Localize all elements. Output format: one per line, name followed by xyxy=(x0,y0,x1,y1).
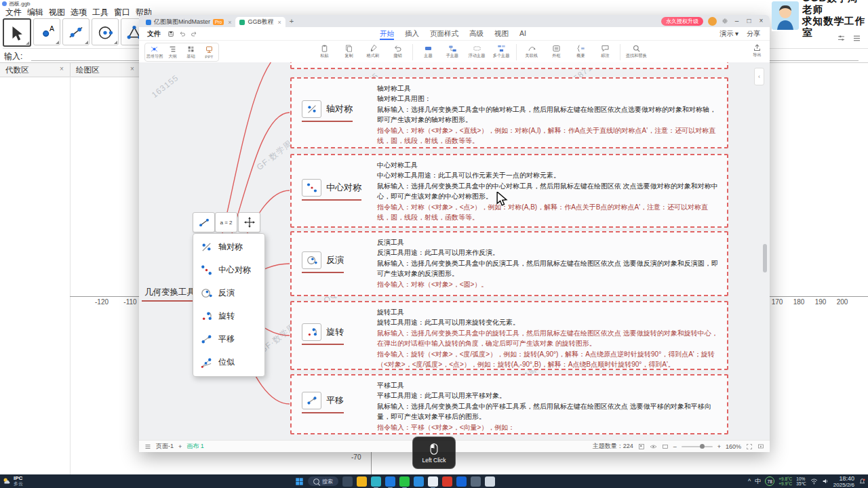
root-node[interactable]: 几何变换工具 xyxy=(142,286,198,302)
ggb-menu-编辑[interactable]: 编辑 xyxy=(26,6,45,19)
undo-icon[interactable] xyxy=(179,30,186,37)
taskbar-app-edge[interactable] xyxy=(371,476,381,487)
toolbar-multi[interactable]: 多个主题 xyxy=(489,42,513,59)
panel-collapse-button[interactable]: ‹ xyxy=(754,68,764,85)
topic-box-inversion[interactable]: 反演 反演工具反演工具用途：此工具可以用来作反演。鼠标输入：选择几何变换类工具盒… xyxy=(290,231,728,296)
maximize-button[interactable]: □ xyxy=(745,16,753,26)
ribbon-tab-插入[interactable]: 插入 xyxy=(405,27,419,40)
zoom-level[interactable]: 160% xyxy=(726,443,741,450)
zoom-slider-knob[interactable] xyxy=(700,444,705,449)
zoom-out-button[interactable]: – xyxy=(673,443,677,450)
toolbar-subtopic[interactable]: 子主题 xyxy=(440,42,465,59)
toolbar-callout[interactable]: 标注 xyxy=(593,42,617,59)
algebra-panel-close-icon[interactable]: × xyxy=(60,65,64,73)
ribbon-tab-AI[interactable]: AI xyxy=(519,27,526,40)
topic-node[interactable]: 旋转 xyxy=(302,323,344,345)
map-overview-icon[interactable] xyxy=(638,443,645,450)
menu-item-axial[interactable]: 轴对称 xyxy=(193,235,264,258)
taskbar-search[interactable]: 搜索 xyxy=(308,476,338,486)
mm-tab-2[interactable]: GGB教程× xyxy=(235,17,285,27)
ggb-tool-line[interactable] xyxy=(62,18,90,45)
canvas-scrollbar-thumb[interactable] xyxy=(763,244,767,272)
ime-indicator[interactable]: 中 xyxy=(755,477,761,486)
menu-item-translate[interactable]: 平移 xyxy=(193,327,264,350)
view-mode-PPT[interactable]: PPT xyxy=(200,45,218,59)
taskbar-app-qq[interactable] xyxy=(428,476,438,487)
ggb-tool-circle[interactable] xyxy=(92,18,119,45)
action-演示[interactable]: 演示 ▾ xyxy=(719,29,738,39)
mm-tab-1[interactable]: 亿图脑图MindMasterPro× xyxy=(142,17,235,27)
tray-expand-button[interactable]: ^ xyxy=(748,478,751,485)
export-button[interactable]: 导出 xyxy=(753,43,762,58)
fullscreen-icon[interactable] xyxy=(746,443,753,450)
battery-percent-ring[interactable]: 78 xyxy=(765,476,774,486)
taskbar-app-app-red[interactable] xyxy=(442,476,452,487)
toolbar-find[interactable]: 查找和替换 xyxy=(623,42,650,59)
wifi-icon[interactable] xyxy=(810,478,818,485)
toolbar-frame[interactable]: 外框 xyxy=(544,42,568,59)
ribbon-tab-开始[interactable]: 开始 xyxy=(380,27,394,40)
zoom-in-button[interactable]: + xyxy=(717,443,721,450)
ggb-menu-窗口[interactable]: 窗口 xyxy=(113,6,132,19)
topic-box-rotate[interactable]: 旋转 旋转工具旋转工具用途：此工具可以用来旋转变化元素。鼠标输入：选择几何变换类… xyxy=(290,301,728,370)
taskbar-app-app-blue2[interactable] xyxy=(414,476,424,487)
volume-icon[interactable] xyxy=(822,478,829,485)
menu-item-rotate[interactable]: 旋转 xyxy=(193,304,264,327)
account-avatar[interactable] xyxy=(708,17,717,26)
taskbar-app-file-explorer[interactable] xyxy=(357,476,367,487)
taskbar-app-app-gray[interactable] xyxy=(471,476,481,487)
menu-item-central[interactable]: 中心对称 xyxy=(193,258,264,281)
redo-icon[interactable] xyxy=(191,30,197,37)
taskbar-clock[interactable]: 18:40 2025/2/6 xyxy=(833,475,854,488)
toolbar-topic[interactable]: 主题 xyxy=(416,42,440,59)
eye-icon[interactable] xyxy=(650,443,657,450)
topic-box-axial[interactable]: 轴对称 轴对称工具轴对称工具用图：鼠标输入：选择几何变换类工具盒中的轴对称工具，… xyxy=(290,77,728,148)
toolbar-brush[interactable]: 格式刷 xyxy=(361,42,385,59)
view-mode-大纲[interactable]: 大纲 xyxy=(163,45,182,60)
save-icon[interactable] xyxy=(167,30,174,37)
toolbar-copy[interactable]: 复制 xyxy=(336,42,361,59)
taskbar-app-app-light[interactable] xyxy=(485,476,495,487)
taskbar-app-app-blue[interactable] xyxy=(385,476,395,487)
close-button[interactable]: × xyxy=(757,16,765,26)
ribbon-tab-页面样式[interactable]: 页面样式 xyxy=(430,27,458,40)
taskbar-app-task-view[interactable] xyxy=(342,476,353,487)
taskbar-app-wechat[interactable] xyxy=(399,476,410,487)
canvas-indicator[interactable]: 画布 1 xyxy=(186,442,204,451)
view-mode-思维导图[interactable]: 思维导图 xyxy=(145,45,163,60)
taskbar-app-app-blue3[interactable] xyxy=(456,476,467,487)
ggb-tool-move[interactable] xyxy=(3,18,31,47)
pages-menu-icon[interactable] xyxy=(144,443,151,450)
toolbar-float[interactable]: 浮动主题 xyxy=(465,42,489,59)
toolbar-relation[interactable]: 关联线 xyxy=(519,42,544,59)
new-tab-button[interactable]: + xyxy=(290,17,294,25)
topic-node[interactable]: 平移 xyxy=(302,392,344,413)
presentation-mode-icon[interactable] xyxy=(757,443,764,450)
menu-item-homothety[interactable]: 位似 xyxy=(193,350,264,373)
minimize-button[interactable]: – xyxy=(733,16,741,26)
tab-close-icon[interactable]: × xyxy=(277,19,281,26)
topic-node[interactable]: 轴对称 xyxy=(302,100,353,122)
windows-start-button[interactable] xyxy=(295,477,304,486)
zoom-slider[interactable] xyxy=(682,446,713,447)
panel-vertical-divider[interactable] xyxy=(70,77,71,474)
add-page-button[interactable]: + xyxy=(178,443,182,450)
ggb-menu-选项[interactable]: 选项 xyxy=(69,6,88,19)
topic-node[interactable]: 中心对称 xyxy=(302,179,361,201)
ggb-menu-视图[interactable]: 视图 xyxy=(47,6,66,19)
view-mode-基础[interactable]: 基础 xyxy=(182,45,200,60)
mindmap-canvas[interactable]: 163155 GF·数学周老师QQ©QQ15871563155 数学周老师QQ©… xyxy=(139,62,770,440)
tab-close-icon[interactable]: × xyxy=(228,19,231,26)
taskbar-weather-widget[interactable]: IPC 多云 xyxy=(2,475,23,487)
fit-window-icon[interactable] xyxy=(662,443,669,450)
ggb-menu-工具[interactable]: 工具 xyxy=(91,6,110,19)
upgrade-promo-badge[interactable]: 永久授权升级 xyxy=(661,17,703,26)
ribbon-tab-视图[interactable]: 视图 xyxy=(494,27,509,40)
action-分享[interactable]: 分享 xyxy=(747,29,760,39)
toolbar-undo[interactable]: 撤销 xyxy=(385,42,410,59)
page-tab[interactable]: 页面-1 xyxy=(156,442,174,451)
notification-bell-icon[interactable] xyxy=(859,478,866,485)
graphics-panel-close-icon[interactable]: × xyxy=(130,65,134,73)
toolbar-summary[interactable]: 概要 xyxy=(568,42,593,59)
ggb-tool-point[interactable]: A xyxy=(33,18,60,45)
